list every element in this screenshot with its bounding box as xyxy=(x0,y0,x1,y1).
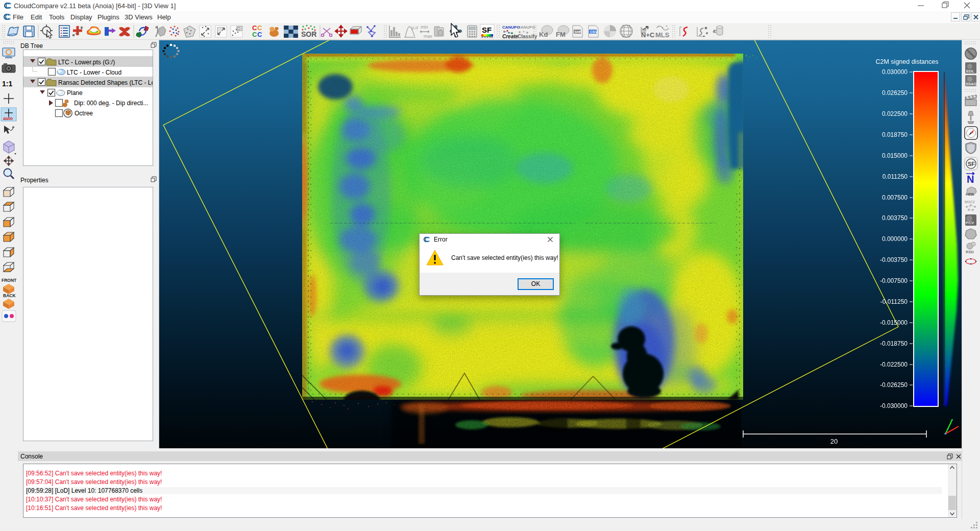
svg-text:Kd: Kd xyxy=(539,31,548,38)
svg-text:BACK: BACK xyxy=(3,293,16,298)
svg-text:-0.030000: -0.030000 xyxy=(880,402,908,409)
svg-text:max: max xyxy=(424,34,433,39)
svg-text:SF: SF xyxy=(482,26,492,34)
svg-text:20: 20 xyxy=(830,438,838,445)
svg-text:C2M signed distances: C2M signed distances xyxy=(876,58,939,65)
svg-text:0.003750: 0.003750 xyxy=(882,214,908,222)
svg-text:1:1: 1:1 xyxy=(2,80,12,88)
svg-text:Classify: Classify xyxy=(518,34,537,39)
svg-text:SHP: SHP xyxy=(574,30,582,34)
svg-text:Plane: Plane xyxy=(67,89,83,96)
svg-text:C: C xyxy=(257,31,262,38)
svg-text:SF: SF xyxy=(968,161,975,167)
svg-text:min: min xyxy=(421,25,428,30)
svg-text:-0.003750: -0.003750 xyxy=(880,256,908,263)
svg-text:Ransac Detected Shapes (LTC -: Ransac Detected Shapes (LTC - Lo... xyxy=(58,79,153,86)
svg-text:μ,σ: μ,σ xyxy=(411,25,419,30)
svg-text:SSAO: SSAO xyxy=(966,82,976,86)
svg-text:LTC - Lower.pts (G:/): LTC - Lower.pts (G:/) xyxy=(58,59,115,66)
svg-text:SOR: SOR xyxy=(301,30,316,38)
svg-text:0.030000: 0.030000 xyxy=(882,68,908,76)
svg-text:-0.026250: -0.026250 xyxy=(880,381,908,389)
svg-text:CANUPO: CANUPO xyxy=(518,25,535,30)
svg-text:N: N xyxy=(967,174,974,185)
svg-text:FRONT: FRONT xyxy=(2,278,17,283)
svg-text:N+C: N+C xyxy=(641,31,655,39)
svg-text:FM: FM xyxy=(556,31,566,38)
svg-text:M3C2: M3C2 xyxy=(965,200,975,204)
svg-text:C: C xyxy=(252,31,257,38)
svg-text:MLS: MLS xyxy=(655,31,670,39)
svg-text:PCV: PCV xyxy=(966,221,974,225)
svg-text:0.022500: 0.022500 xyxy=(882,110,908,117)
svg-text:CSV: CSV xyxy=(590,30,598,34)
svg-text:0.026250: 0.026250 xyxy=(882,89,908,96)
svg-text:-0.022500: -0.022500 xyxy=(880,361,908,368)
svg-text:Dip: 000 deg. - Dip directi...: Dip: 000 deg. - Dip directi... xyxy=(74,100,148,107)
svg-text:auto: auto xyxy=(3,116,13,121)
svg-text:-0.007500: -0.007500 xyxy=(880,277,908,284)
svg-text:LTC - Lower - Cloud: LTC - Lower - Cloud xyxy=(67,69,121,76)
svg-text:-0.015000: -0.015000 xyxy=(880,319,908,326)
svg-text:RSD: RSD xyxy=(966,250,974,254)
svg-text:0.018750: 0.018750 xyxy=(882,131,908,138)
svg-text:-0.018750: -0.018750 xyxy=(880,340,908,347)
svg-text:0.011250: 0.011250 xyxy=(883,173,908,180)
svg-text:0.015000: 0.015000 xyxy=(882,152,908,159)
svg-text:-0.011250: -0.011250 xyxy=(880,298,908,305)
svg-text:Create: Create xyxy=(502,34,519,39)
svg-text:EDL: EDL xyxy=(966,69,974,74)
svg-text:0.007500: 0.007500 xyxy=(882,194,908,201)
svg-text:0.000000: 0.000000 xyxy=(882,235,908,243)
svg-text:Octree: Octree xyxy=(75,110,93,117)
svg-text:HPR: HPR xyxy=(966,192,974,197)
